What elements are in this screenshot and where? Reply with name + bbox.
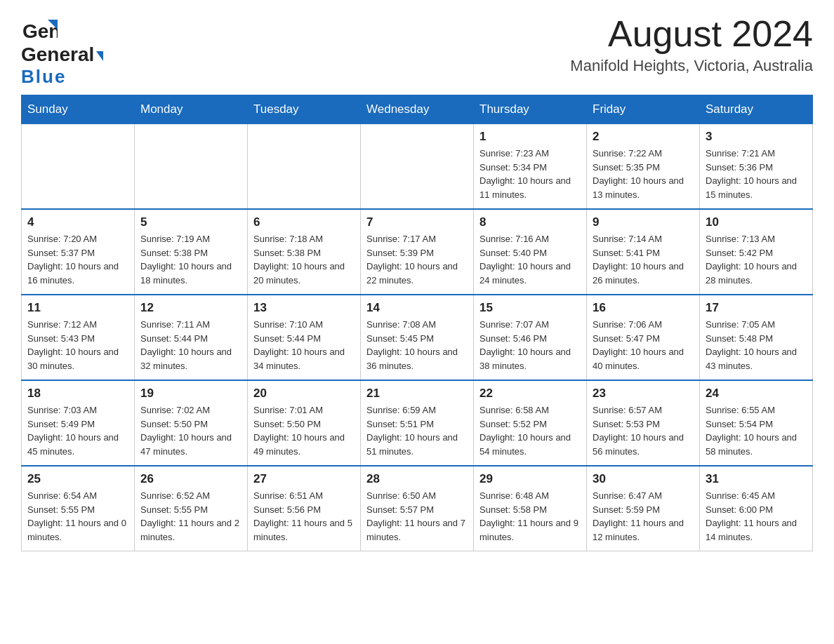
- header-saturday: Saturday: [700, 95, 813, 124]
- table-row: 4Sunrise: 7:20 AM Sunset: 5:37 PM Daylig…: [22, 209, 135, 295]
- table-row: 9Sunrise: 7:14 AM Sunset: 5:41 PM Daylig…: [587, 209, 700, 295]
- table-row: 8Sunrise: 7:16 AM Sunset: 5:40 PM Daylig…: [474, 209, 587, 295]
- table-row: [361, 124, 474, 210]
- table-row: 18Sunrise: 7:03 AM Sunset: 5:49 PM Dayli…: [22, 380, 135, 466]
- logo: General General Blue: [21, 14, 103, 88]
- day-number: 22: [479, 387, 581, 401]
- day-info: Sunrise: 6:51 AM Sunset: 5:56 PM Dayligh…: [253, 489, 355, 544]
- table-row: 15Sunrise: 7:07 AM Sunset: 5:46 PM Dayli…: [474, 295, 587, 380]
- day-info: Sunrise: 6:55 AM Sunset: 5:54 PM Dayligh…: [706, 403, 807, 458]
- day-number: 8: [479, 215, 581, 229]
- page-title: August 2024: [570, 14, 813, 54]
- calendar-week-row: 25Sunrise: 6:54 AM Sunset: 5:55 PM Dayli…: [22, 466, 813, 551]
- table-row: 25Sunrise: 6:54 AM Sunset: 5:55 PM Dayli…: [22, 466, 135, 551]
- day-info: Sunrise: 7:10 AM Sunset: 5:44 PM Dayligh…: [253, 318, 355, 373]
- table-row: 31Sunrise: 6:45 AM Sunset: 6:00 PM Dayli…: [700, 466, 813, 551]
- calendar-header-row: Sunday Monday Tuesday Wednesday Thursday…: [22, 95, 813, 124]
- day-info: Sunrise: 6:58 AM Sunset: 5:52 PM Dayligh…: [479, 403, 581, 458]
- day-number: 4: [27, 215, 128, 229]
- table-row: 21Sunrise: 6:59 AM Sunset: 5:51 PM Dayli…: [361, 380, 474, 466]
- table-row: 23Sunrise: 6:57 AM Sunset: 5:53 PM Dayli…: [587, 380, 700, 466]
- day-number: 21: [366, 387, 468, 401]
- table-row: 28Sunrise: 6:50 AM Sunset: 5:57 PM Dayli…: [361, 466, 474, 551]
- table-row: 2Sunrise: 7:22 AM Sunset: 5:35 PM Daylig…: [587, 124, 700, 210]
- day-number: 30: [593, 472, 694, 486]
- day-number: 14: [366, 301, 468, 315]
- title-block: August 2024 Manifold Heights, Victoria, …: [570, 14, 813, 75]
- table-row: 12Sunrise: 7:11 AM Sunset: 5:44 PM Dayli…: [135, 295, 248, 380]
- day-number: 1: [479, 130, 581, 144]
- day-number: 5: [140, 215, 241, 229]
- day-info: Sunrise: 6:48 AM Sunset: 5:58 PM Dayligh…: [479, 489, 581, 544]
- day-number: 27: [253, 472, 355, 486]
- day-number: 6: [253, 215, 355, 229]
- day-info: Sunrise: 7:17 AM Sunset: 5:39 PM Dayligh…: [366, 232, 468, 287]
- day-info: Sunrise: 6:52 AM Sunset: 5:55 PM Dayligh…: [140, 489, 241, 544]
- day-info: Sunrise: 7:21 AM Sunset: 5:36 PM Dayligh…: [706, 147, 807, 201]
- day-number: 23: [593, 387, 694, 401]
- table-row: 30Sunrise: 6:47 AM Sunset: 5:59 PM Dayli…: [587, 466, 700, 551]
- day-info: Sunrise: 6:57 AM Sunset: 5:53 PM Dayligh…: [593, 403, 694, 458]
- page-header: General General Blue August 2024 Manifol…: [21, 14, 813, 88]
- table-row: [135, 124, 248, 210]
- day-info: Sunrise: 7:02 AM Sunset: 5:50 PM Dayligh…: [140, 403, 241, 458]
- header-tuesday: Tuesday: [248, 95, 361, 124]
- table-row: 10Sunrise: 7:13 AM Sunset: 5:42 PM Dayli…: [700, 209, 813, 295]
- day-number: 11: [27, 301, 128, 315]
- table-row: 3Sunrise: 7:21 AM Sunset: 5:36 PM Daylig…: [700, 124, 813, 210]
- day-info: Sunrise: 7:12 AM Sunset: 5:43 PM Dayligh…: [27, 318, 128, 373]
- header-thursday: Thursday: [474, 95, 587, 124]
- header-monday: Monday: [135, 95, 248, 124]
- day-number: 25: [27, 472, 128, 486]
- table-row: 5Sunrise: 7:19 AM Sunset: 5:38 PM Daylig…: [135, 209, 248, 295]
- logo-general: General: [21, 43, 94, 65]
- calendar-week-row: 18Sunrise: 7:03 AM Sunset: 5:49 PM Dayli…: [22, 380, 813, 466]
- calendar-week-row: 4Sunrise: 7:20 AM Sunset: 5:37 PM Daylig…: [22, 209, 813, 295]
- table-row: 6Sunrise: 7:18 AM Sunset: 5:38 PM Daylig…: [248, 209, 361, 295]
- day-number: 20: [253, 387, 355, 401]
- table-row: 27Sunrise: 6:51 AM Sunset: 5:56 PM Dayli…: [248, 466, 361, 551]
- day-number: 13: [253, 301, 355, 315]
- day-number: 16: [593, 301, 694, 315]
- day-info: Sunrise: 7:05 AM Sunset: 5:48 PM Dayligh…: [706, 318, 807, 373]
- day-info: Sunrise: 7:20 AM Sunset: 5:37 PM Dayligh…: [27, 232, 128, 287]
- day-number: 29: [479, 472, 581, 486]
- table-row: 7Sunrise: 7:17 AM Sunset: 5:39 PM Daylig…: [361, 209, 474, 295]
- header-sunday: Sunday: [22, 95, 135, 124]
- table-row: 26Sunrise: 6:52 AM Sunset: 5:55 PM Dayli…: [135, 466, 248, 551]
- day-info: Sunrise: 7:18 AM Sunset: 5:38 PM Dayligh…: [253, 232, 355, 287]
- table-row: [248, 124, 361, 210]
- day-number: 26: [140, 472, 241, 486]
- table-row: 29Sunrise: 6:48 AM Sunset: 5:58 PM Dayli…: [474, 466, 587, 551]
- day-number: 12: [140, 301, 241, 315]
- day-number: 3: [706, 130, 807, 144]
- table-row: 14Sunrise: 7:08 AM Sunset: 5:45 PM Dayli…: [361, 295, 474, 380]
- day-info: Sunrise: 7:11 AM Sunset: 5:44 PM Dayligh…: [140, 318, 241, 373]
- day-info: Sunrise: 6:47 AM Sunset: 5:59 PM Dayligh…: [593, 489, 694, 544]
- day-info: Sunrise: 7:16 AM Sunset: 5:40 PM Dayligh…: [479, 232, 581, 287]
- day-info: Sunrise: 7:03 AM Sunset: 5:49 PM Dayligh…: [27, 403, 128, 458]
- day-info: Sunrise: 6:45 AM Sunset: 6:00 PM Dayligh…: [706, 489, 807, 544]
- table-row: 16Sunrise: 7:06 AM Sunset: 5:47 PM Dayli…: [587, 295, 700, 380]
- day-info: Sunrise: 7:07 AM Sunset: 5:46 PM Dayligh…: [479, 318, 581, 373]
- day-number: 9: [593, 215, 694, 229]
- table-row: 20Sunrise: 7:01 AM Sunset: 5:50 PM Dayli…: [248, 380, 361, 466]
- day-number: 17: [706, 301, 807, 315]
- day-number: 18: [27, 387, 128, 401]
- header-friday: Friday: [587, 95, 700, 124]
- day-number: 2: [593, 130, 694, 144]
- day-number: 28: [366, 472, 468, 486]
- table-row: 22Sunrise: 6:58 AM Sunset: 5:52 PM Dayli…: [474, 380, 587, 466]
- table-row: 19Sunrise: 7:02 AM Sunset: 5:50 PM Dayli…: [135, 380, 248, 466]
- day-number: 10: [706, 215, 807, 229]
- day-info: Sunrise: 7:06 AM Sunset: 5:47 PM Dayligh…: [593, 318, 694, 373]
- calendar-week-row: 1Sunrise: 7:23 AM Sunset: 5:34 PM Daylig…: [22, 124, 813, 210]
- logo-blue: Blue: [21, 66, 66, 88]
- day-info: Sunrise: 7:14 AM Sunset: 5:41 PM Dayligh…: [593, 232, 694, 287]
- day-info: Sunrise: 7:22 AM Sunset: 5:35 PM Dayligh…: [593, 147, 694, 201]
- table-row: 11Sunrise: 7:12 AM Sunset: 5:43 PM Dayli…: [22, 295, 135, 380]
- day-info: Sunrise: 6:59 AM Sunset: 5:51 PM Dayligh…: [366, 403, 468, 458]
- table-row: 17Sunrise: 7:05 AM Sunset: 5:48 PM Dayli…: [700, 295, 813, 380]
- table-row: 24Sunrise: 6:55 AM Sunset: 5:54 PM Dayli…: [700, 380, 813, 466]
- day-info: Sunrise: 7:19 AM Sunset: 5:38 PM Dayligh…: [140, 232, 241, 287]
